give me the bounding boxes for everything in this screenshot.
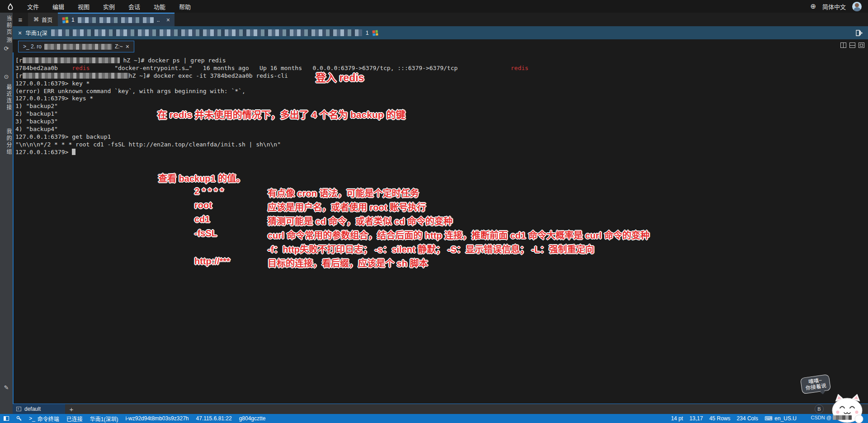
annotation-desc: -f：http失败不打印日志； -s：silent 静默； -S：显示错误信息；… (268, 242, 594, 255)
annotation-term: -fsSL (194, 228, 217, 239)
close-icon[interactable]: × (126, 43, 129, 50)
menu-item-2[interactable]: 视图 (71, 1, 96, 12)
status-item: 华南1(深圳) (90, 415, 118, 423)
tab-bar: ≡ ⌘ 首页 1 .. × (13, 13, 868, 26)
terminal-prompt-icon: >_ (29, 415, 35, 422)
connection-bar: × 华南1(深 1 (13, 26, 868, 39)
floating-button[interactable]: B (815, 404, 824, 414)
terminal-line: 3784bed2aa0b redis "docker-entrypoint.s…… (15, 65, 868, 72)
terminal-line: 4) "backup4" (15, 126, 868, 133)
menu-items: 文件编辑视图实例会话功能帮助 (21, 1, 197, 12)
session-tab-prefix: 1 (71, 17, 75, 23)
status-left: >_命令终端已连接华南1(深圳)i-wz92d94t8mb03s9z327h47… (4, 415, 265, 423)
shell-icon (16, 407, 21, 411)
status-item: >_命令终端 (29, 415, 59, 423)
status-item: i-wz92d94t8mb03s9z327h (125, 415, 189, 422)
home-tab-label: 首页 (42, 16, 52, 24)
status-bar: >_命令终端已连接华南1(深圳)i-wz92d94t8mb03s9z327h47… (0, 414, 868, 423)
status-item: 已连接 (66, 415, 83, 423)
connection-badge-icon (372, 30, 378, 36)
annotation-desc: 目标的连接，看后缀，应该是个 sh 脚本 (268, 256, 428, 269)
panel-toggle-icon[interactable] (4, 416, 9, 421)
body-row: ⟳ ⊙ ✎ 当前页测最近连接我的分组 ≡ ⌘ 首页 1 .. × (0, 13, 868, 414)
sidebar: ⟳ ⊙ ✎ 当前页测最近连接我的分组 (0, 13, 13, 414)
status-text: 命令终端 (38, 415, 59, 423)
add-circle-icon[interactable]: ⊕ (810, 2, 816, 10)
annotation-term: 2 * * * * (194, 186, 223, 197)
terminal-line: 2) "backup1" (15, 110, 868, 118)
terminal-panel[interactable]: [r hZ ~]# docker ps | grep redis3784bed2… (13, 52, 868, 404)
annotation-desc: 猜测可能是 cd 命令，或者类似 cd 命令的变种 (268, 214, 453, 227)
watermark: CSDN @ (811, 415, 852, 420)
exit-session-icon[interactable] (856, 30, 863, 36)
status-text: 45 Rows (709, 415, 731, 422)
sidebar-item-0[interactable]: 当前页 (0, 15, 13, 36)
blurred-host (44, 44, 112, 50)
tab-session-active[interactable]: 1 .. × (58, 13, 175, 26)
terminal-cursor (72, 149, 75, 155)
terminal-line: 1) "backup2" (15, 103, 868, 110)
status-item: g804gcztte (239, 415, 266, 422)
annotation-desc: curl 命令常用的参数组合，结合后面的 http 连接，推断前面 cd1 命令… (268, 228, 649, 241)
terminal-tab-suffix: Z:~ (115, 43, 123, 50)
menu-item-0[interactable]: 文件 (21, 1, 45, 12)
add-tab-icon[interactable]: + (65, 404, 78, 414)
main-column: ≡ ⌘ 首页 1 .. × × 华南1(深 1 (13, 13, 868, 414)
menubar-right: ⊕ 简体中文 (810, 2, 868, 11)
app-logo-icon (0, 3, 21, 10)
handwritten-annotation: 在 redis 并未使用的情况下，多出了 4 个名为 backup 的键 (157, 107, 405, 121)
terminal-line: 127.0.0.1:6379> (15, 149, 868, 156)
annotation-desc: 应该是用户名，或者使用 root 账号执行 (268, 200, 426, 213)
sidebar-item-3[interactable]: 我的分组 (0, 128, 13, 155)
terminal-tab-bar: >_ 2. ro Z:~ × (13, 39, 868, 52)
terminal-line: [rhZ ~]# docker exec -it 3784bed2aa0b re… (15, 72, 868, 80)
terminal-output: [r hZ ~]# docker ps | grep redis3784bed2… (14, 52, 868, 156)
session-icon (62, 17, 68, 23)
annotation-desc: 有点像 cron 语法，可能是个定时任务 (268, 186, 419, 199)
status-text: 14 pt (671, 415, 683, 422)
session-tab-suffix: .. (157, 17, 160, 23)
terminal-line: 3) "backup3" (15, 118, 868, 126)
menu-item-1[interactable]: 编辑 (46, 1, 71, 12)
connection-prefix: 华南1(深 (25, 28, 47, 37)
menu-item-4[interactable]: 会话 (122, 1, 146, 12)
status-text: 已连接 (66, 415, 83, 423)
history-icon[interactable]: ⊙ (0, 73, 13, 80)
handwritten-annotation: 查看 backup1 的值。 (158, 171, 245, 184)
menu-item-3[interactable]: 实例 (97, 1, 121, 12)
collapse-icon[interactable]: × (18, 29, 22, 37)
terminal-line: (error) ERR unknown command `key`, with … (15, 88, 868, 95)
sidebar-item-1[interactable]: 测 (0, 37, 13, 44)
avatar[interactable] (852, 2, 862, 11)
status-item: 14 pt (671, 415, 683, 422)
status-item: ⌨en_US.U (764, 415, 797, 422)
bottom-tab-bar: default + B (13, 404, 868, 414)
terminal-line: 127.0.0.1:6379> keys * (15, 95, 868, 103)
status-text: 234 Cols (737, 415, 758, 422)
status-text: 华南1(深圳) (90, 415, 118, 423)
default-tab-label: default (24, 406, 41, 412)
split-horizontal-icon[interactable] (849, 42, 855, 48)
language-switch[interactable]: 简体中文 (822, 2, 846, 11)
tab-list-icon[interactable]: ≡ (13, 13, 28, 26)
annotation-term: root (194, 200, 212, 211)
feedback-icon[interactable]: ✎ (0, 384, 13, 391)
handwritten-annotation: 登入 redis (316, 69, 364, 85)
terminal-line: 127.0.0.1:6379> key * (15, 80, 868, 88)
tab-default[interactable]: default (13, 404, 65, 414)
menu-item-6[interactable]: 帮助 (173, 1, 197, 12)
close-icon[interactable]: × (166, 17, 170, 23)
split-vertical-icon[interactable] (840, 42, 846, 48)
tab-home[interactable]: ⌘ 首页 (28, 13, 58, 26)
status-text: 13,17 (689, 415, 703, 422)
detach-window-icon[interactable] (859, 42, 864, 48)
sidebar-item-2[interactable]: 最近连接 (0, 84, 13, 111)
menu-item-5[interactable]: 功能 (147, 1, 172, 12)
terminal-tab-active[interactable]: >_ 2. ro Z:~ × (18, 41, 134, 52)
blurred-text (23, 57, 120, 63)
status-item: 234 Cols (737, 415, 758, 422)
refresh-icon[interactable]: ⟳ (0, 45, 13, 52)
annotation-term: http://*** (194, 256, 230, 267)
home-icon: ⌘ (33, 16, 39, 23)
connection-suffix: 1 (366, 30, 369, 36)
